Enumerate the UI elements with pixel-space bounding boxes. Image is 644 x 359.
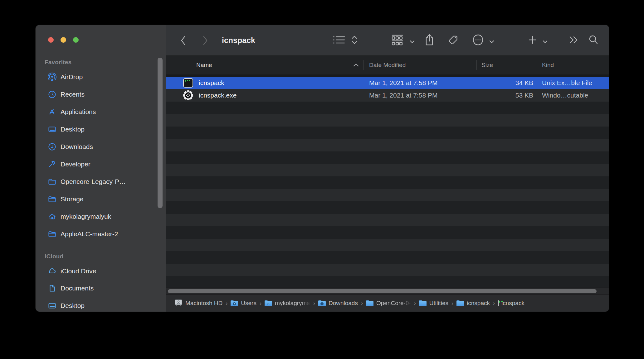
breadcrumb-label: mykolagryma	[275, 300, 310, 307]
sidebar-item-home[interactable]: mykolagrymalyuk	[36, 210, 160, 223]
file-name: icnspack.exe	[199, 89, 361, 102]
sidebar-scrollbar[interactable]	[158, 58, 163, 208]
sidebar-item-desktop-icloud[interactable]: Desktop	[36, 299, 160, 312]
folder-icon	[456, 300, 464, 306]
exe-gear-icon	[183, 89, 194, 102]
back-button[interactable]	[180, 25, 186, 56]
column-divider[interactable]	[476, 60, 477, 70]
sidebar-item-label: Storage	[61, 195, 84, 203]
double-chevron-right-icon	[569, 36, 579, 45]
sort-toggle-icon	[351, 35, 358, 46]
sidebar: Favorites AirDrop Recents	[36, 25, 166, 312]
sidebar-item-label: Downloads	[61, 143, 93, 151]
breadcrumb-label: Users	[241, 300, 256, 307]
share-icon	[425, 34, 434, 47]
sidebar-item-label: Desktop	[61, 126, 85, 133]
breadcrumb-label: icnspack	[501, 300, 524, 307]
sidebar-item-downloads[interactable]: Downloads	[36, 141, 160, 153]
column-divider[interactable]	[363, 60, 364, 70]
sidebar-item-icloud-drive[interactable]: iCloud Drive	[36, 265, 160, 277]
horizontal-scrollbar-thumb[interactable]	[168, 289, 597, 293]
file-kind: Windo…cutable	[542, 89, 607, 102]
column-divider[interactable]	[537, 60, 537, 70]
zoom-window-button[interactable]	[73, 37, 79, 43]
clock-icon	[47, 90, 57, 99]
more-actions-button[interactable]	[472, 25, 494, 56]
group-by-button[interactable]	[392, 25, 415, 56]
sidebar-item-label: Recents	[61, 91, 85, 98]
breadcrumb-separator: ›	[358, 300, 366, 307]
sidebar-item-opencore-legacy[interactable]: Opencore-Legacy-P…	[36, 175, 160, 188]
file-kind: Unix Ex…ble File	[542, 77, 607, 89]
sidebar-item-applications[interactable]: Applications	[36, 106, 160, 118]
search-icon	[588, 35, 599, 46]
tags-button[interactable]	[447, 25, 458, 56]
chevron-down-icon	[410, 39, 415, 42]
sidebar-item-label: Opencore-Legacy-P…	[61, 178, 126, 185]
group-view-icon	[392, 34, 403, 47]
sidebar-section-favorites: Favorites	[45, 58, 71, 67]
path-bar: Macintosh HD › ● Users › ⌂ mykolagryma ›…	[166, 294, 609, 312]
download-circle-icon	[47, 142, 57, 151]
chevron-down-icon	[489, 39, 494, 42]
desktop-icon	[47, 125, 57, 134]
breadcrumb-home[interactable]: ⌂ mykolagryma	[265, 300, 310, 307]
column-header-size[interactable]: Size	[481, 56, 493, 74]
desktop-icon	[47, 301, 57, 310]
breadcrumb-utilities[interactable]: Utilities	[419, 300, 448, 307]
sidebar-item-label: AppleALC-master-2	[61, 230, 118, 238]
file-date-modified: Mar 1, 2021 at 7:58 PM	[369, 77, 472, 89]
sidebar-item-documents[interactable]: Documents	[36, 282, 160, 294]
document-icon	[47, 284, 57, 293]
file-list: icnspack Mar 1, 2021 at 7:58 PM 34 KB Un…	[166, 77, 609, 287]
hard-drive-icon	[174, 299, 183, 308]
breadcrumb-icnspack-folder[interactable]: icnspack	[456, 300, 490, 307]
column-header-name[interactable]: Name	[196, 56, 212, 74]
sidebar-item-label: Developer	[61, 160, 90, 168]
sidebar-item-applealc[interactable]: AppleALC-master-2	[36, 228, 160, 240]
terminal-executable-icon	[498, 300, 499, 306]
sidebar-item-label: AirDrop	[61, 73, 83, 81]
breadcrumb-label: OpenCore-0-	[376, 300, 411, 307]
tag-icon	[447, 34, 458, 47]
file-row-icnspack[interactable]: icnspack Mar 1, 2021 at 7:58 PM 34 KB Un…	[166, 77, 609, 89]
share-button[interactable]	[425, 25, 434, 56]
sidebar-section-icloud: iCloud	[45, 252, 63, 261]
horizontal-scrollbar-track[interactable]	[166, 287, 609, 294]
sidebar-item-recents[interactable]: Recents	[36, 88, 160, 101]
breadcrumb-separator: ›	[222, 300, 231, 307]
list-header-gap	[166, 74, 609, 77]
file-row-icnspack-exe[interactable]: icnspack.exe Mar 1, 2021 at 7:58 PM 53 K…	[166, 89, 609, 102]
toolbar-overflow-button[interactable]	[569, 25, 579, 56]
column-header-date-modified[interactable]: Date Modified	[369, 56, 406, 74]
file-size: 34 KB	[476, 77, 533, 89]
breadcrumb-icnspack-file[interactable]: icnspack	[498, 300, 524, 307]
ellipsis-circle-icon	[472, 34, 484, 47]
sidebar-item-storage[interactable]: Storage	[36, 193, 160, 205]
toolbar: icnspack	[166, 25, 609, 56]
cloud-icon	[47, 266, 57, 276]
column-header-kind[interactable]: Kind	[542, 56, 554, 74]
breadcrumb-separator: ›	[310, 300, 318, 307]
search-button[interactable]	[588, 25, 599, 56]
file-date-modified: Mar 1, 2021 at 7:58 PM	[369, 89, 472, 102]
sidebar-item-label: iCloud Drive	[61, 267, 96, 275]
finder-window: Favorites AirDrop Recents	[36, 25, 609, 312]
terminal-executable-icon	[183, 77, 194, 89]
new-item-button[interactable]	[528, 25, 548, 56]
close-window-button[interactable]	[48, 37, 54, 43]
breadcrumb-downloads[interactable]: ↓ Downloads	[318, 300, 358, 307]
breadcrumb-label: Downloads	[329, 300, 358, 307]
sidebar-item-airdrop[interactable]: AirDrop	[36, 71, 160, 83]
hammer-icon	[47, 160, 57, 169]
list-view-icon	[333, 35, 345, 46]
breadcrumb-macintosh-hd[interactable]: Macintosh HD	[174, 299, 222, 308]
view-mode-button[interactable]	[333, 25, 358, 56]
forward-button[interactable]	[202, 25, 208, 56]
sidebar-item-developer[interactable]: Developer	[36, 158, 160, 170]
breadcrumb-opencore[interactable]: OpenCore-0-	[366, 300, 411, 307]
minimize-window-button[interactable]	[61, 37, 66, 43]
breadcrumb-users[interactable]: ● Users	[231, 300, 256, 307]
home-folder-icon: ⌂	[265, 300, 272, 306]
sidebar-item-desktop[interactable]: Desktop	[36, 123, 160, 136]
